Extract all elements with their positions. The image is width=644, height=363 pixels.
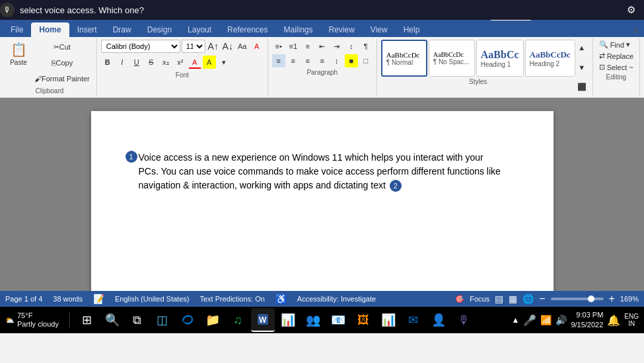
excel-btn[interactable]: 📊 (276, 308, 300, 332)
align-left-btn[interactable]: ≡ (272, 54, 285, 67)
clear-format-btn[interactable]: A (250, 40, 264, 53)
mic-tray-icon[interactable]: 🎤 (523, 314, 536, 327)
focus-icon[interactable]: 🎯 (455, 295, 464, 303)
font-size-select[interactable]: 11 (182, 40, 205, 53)
bold-btn[interactable]: B (101, 56, 114, 69)
tab-draw[interactable]: Draw (105, 22, 139, 37)
styles-scroll-down[interactable]: ▼ (575, 61, 589, 74)
styles-scroll-up[interactable]: ▲ (575, 41, 589, 54)
clock-date: 9/15/2022 (571, 320, 603, 330)
multilevel-btn[interactable]: ≡ (301, 40, 314, 53)
doc-paragraph[interactable]: Voice access is a new experience on Wind… (139, 151, 506, 192)
bullets-btn[interactable]: ≡• (272, 40, 285, 53)
people-btn[interactable]: 👤 (427, 308, 450, 332)
replace-btn[interactable]: ⇄ Replace (597, 51, 635, 61)
show-para-btn[interactable]: ¶ (359, 40, 373, 53)
font-case-btn[interactable]: Aa (236, 40, 249, 53)
format-painter-btn[interactable]: 🖌 Format Painter (32, 71, 92, 86)
zoom-slider[interactable] (551, 298, 604, 300)
styles-expand[interactable]: ⬛ (575, 80, 589, 93)
weather-desc: Partly cloudy (17, 320, 59, 329)
highlight-btn[interactable]: A (203, 56, 216, 69)
increase-indent-btn[interactable]: ⇥ (330, 40, 343, 53)
zoom-percent[interactable]: 169% (620, 295, 639, 303)
styles-row: AaBbCcDc ¶ Normal AaBbCcDc ¶ No Spac... … (381, 40, 575, 77)
underline-btn[interactable]: U (130, 56, 143, 69)
weather-widget[interactable]: ⛅ 75°F Partly cloudy (5, 311, 59, 329)
tab-help[interactable]: Help (396, 22, 428, 37)
network-icon[interactable]: 📶 (540, 315, 552, 325)
cut-btn[interactable]: ✂ Cut (32, 40, 92, 54)
view-layout-icon[interactable]: ▦ (509, 294, 517, 304)
spotify-btn[interactable]: ♫ (226, 308, 250, 332)
decrease-indent-btn[interactable]: ⇤ (316, 40, 329, 53)
tab-design[interactable]: Design (139, 22, 180, 37)
strikethrough-btn[interactable]: S (145, 56, 158, 69)
clock[interactable]: 9:03 PM 9/15/2022 (571, 310, 603, 331)
tab-view[interactable]: View (363, 22, 396, 37)
tab-layout[interactable]: Layout (180, 22, 219, 37)
accessibility-info[interactable]: Accessibility: Investigate (297, 295, 376, 303)
find-btn[interactable]: 🔍 Find ▾ (597, 40, 635, 50)
tab-insert[interactable]: Insert (69, 22, 105, 37)
style-normal[interactable]: AaBbCcDc ¶ Normal (381, 40, 427, 77)
task-view-btn[interactable]: ⧉ (125, 308, 149, 332)
tab-file[interactable]: File (3, 22, 31, 37)
photos-btn[interactable]: 🖼 (351, 308, 375, 332)
font-color-dropdown[interactable]: ▾ (217, 56, 231, 69)
clipboard-content: 📋 Paste ✂ Cut ⎘ Copy 🖌 Format Painter (7, 40, 92, 86)
mail-btn[interactable]: ✉ (402, 308, 425, 332)
clipboard-group: 📋 Paste ✂ Cut ⎘ Copy 🖌 Format Painter Cl… (3, 38, 97, 96)
copy-btn[interactable]: ⎘ Copy (32, 56, 92, 70)
document-page[interactable]: 1 Voice access is a new experience on Wi… (91, 111, 554, 291)
zoom-minus[interactable]: − (539, 293, 545, 305)
borders-btn[interactable]: □ (359, 54, 373, 67)
widgets-btn[interactable]: ◫ (151, 308, 174, 332)
start-btn[interactable]: ⊞ (75, 308, 99, 332)
view-web-icon[interactable]: 🌐 (522, 294, 534, 304)
justify-btn[interactable]: ≡ (316, 54, 329, 67)
tab-mailings[interactable]: Mailings (275, 22, 320, 37)
language-info[interactable]: English (United States) (115, 295, 190, 303)
tab-review[interactable]: Review (321, 22, 363, 37)
font-grow-btn[interactable]: A↑ (207, 40, 220, 53)
style-nospace[interactable]: AaBbCcDc ¶ No Spac... (429, 40, 475, 77)
powerpoint-btn[interactable]: 📊 (376, 308, 400, 332)
font-color-btn[interactable]: A (188, 56, 201, 69)
select-icon: ⊡ (599, 63, 605, 71)
tray-arrow-btn[interactable]: ▲ (512, 315, 520, 325)
numbering-btn[interactable]: ≡1 (287, 40, 300, 53)
paste-btn[interactable]: 📋 Paste (7, 40, 30, 68)
teams-btn[interactable]: 👥 (301, 308, 325, 332)
search-btn[interactable]: 🔍 (100, 308, 124, 332)
files-btn[interactable]: 📁 (201, 308, 225, 332)
select-btn[interactable]: ⊡ Select ~ (597, 62, 635, 72)
italic-btn[interactable]: I (116, 56, 129, 69)
ribbon-collapse-btn[interactable]: ∧ (629, 24, 641, 37)
line-spacing-btn[interactable]: ↕ (330, 54, 343, 67)
shading-btn[interactable]: ■ (345, 54, 358, 67)
voice-access-taskbar[interactable]: 🎙 (452, 308, 476, 332)
align-right-btn[interactable]: ≡ (301, 54, 314, 67)
volume-icon[interactable]: 🔊 (555, 315, 567, 325)
subscript-btn[interactable]: x₂ (159, 56, 172, 69)
outlook-btn[interactable]: 📧 (326, 308, 350, 332)
font-name-select[interactable]: Calibri (Body) (101, 40, 180, 53)
sort-btn[interactable]: ↕ (345, 40, 358, 53)
word-btn[interactable]: W (251, 308, 275, 332)
ribbon: 📋 Paste ✂ Cut ⎘ Copy 🖌 Format Painter Cl… (0, 37, 644, 98)
style-heading1[interactable]: AaBbCc Heading 1 (476, 40, 524, 77)
font-shrink-btn[interactable]: A↓ (221, 40, 234, 53)
zoom-plus[interactable]: + (609, 293, 615, 305)
notification-btn[interactable]: 🔔 (607, 314, 620, 327)
edge-btn[interactable] (176, 308, 199, 332)
superscript-btn[interactable]: x² (174, 56, 187, 69)
align-center-btn[interactable]: ≡ (287, 54, 300, 67)
voice-settings-icon[interactable]: ⚙ (623, 2, 639, 18)
style-heading2[interactable]: AaBbCcDc Heading 2 (525, 40, 575, 77)
view-normal-icon[interactable]: ▤ (495, 294, 503, 304)
tab-references[interactable]: References (219, 22, 275, 37)
voice-mic-icon[interactable]: 🎙 (0, 3, 15, 17)
focus-label[interactable]: Focus (470, 295, 489, 303)
tab-home[interactable]: Home (31, 22, 69, 37)
